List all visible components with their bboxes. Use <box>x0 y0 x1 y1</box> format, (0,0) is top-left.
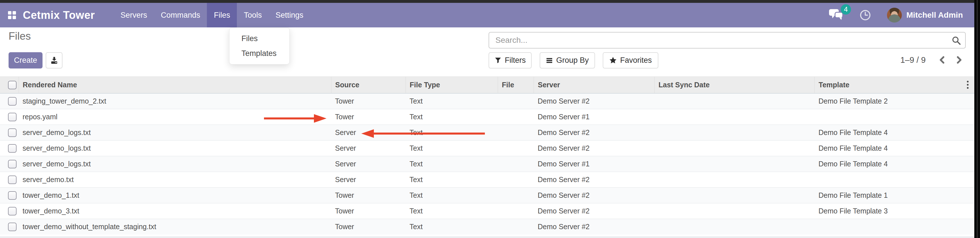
row-checkbox-cell[interactable] <box>0 140 19 156</box>
cell-source[interactable]: Tower <box>331 187 406 203</box>
cell-last-sync-date[interactable] <box>654 93 815 109</box>
cell-last-sync-date[interactable] <box>654 156 815 172</box>
row-checkbox[interactable] <box>8 129 17 137</box>
column-options-dots-icon[interactable] <box>967 81 969 89</box>
column-header-template[interactable]: Template <box>815 77 974 93</box>
search-icon[interactable] <box>951 36 961 46</box>
cell-template[interactable] <box>815 172 974 187</box>
cell-source[interactable]: Server <box>331 125 406 140</box>
cell-server[interactable]: Demo Server #2 <box>534 93 654 109</box>
cell-file[interactable] <box>498 125 534 140</box>
cell-file[interactable] <box>498 203 534 219</box>
row-checkbox-cell[interactable] <box>0 219 19 235</box>
cell-template[interactable] <box>815 219 974 235</box>
cell-template[interactable]: Demo File Template 4 <box>815 140 974 156</box>
cell-rendered-name[interactable]: server_demo_logs.txt <box>19 156 331 172</box>
cell-file[interactable] <box>498 187 534 203</box>
row-checkbox-cell[interactable] <box>0 125 19 140</box>
app-brand[interactable]: Cetmix Tower <box>23 9 95 21</box>
cell-file[interactable] <box>498 172 534 187</box>
row-checkbox[interactable] <box>8 97 17 106</box>
cell-rendered-name[interactable]: server_demo_logs.txt <box>19 125 331 140</box>
cell-last-sync-date[interactable] <box>654 172 815 187</box>
cell-server[interactable]: Demo Server #2 <box>534 125 654 140</box>
menu-item-settings[interactable]: Settings <box>269 3 310 27</box>
cell-last-sync-date[interactable] <box>654 203 815 219</box>
cell-rendered-name[interactable]: tower_demo_3.txt <box>19 203 331 219</box>
cell-last-sync-date[interactable] <box>654 219 815 235</box>
table-row[interactable]: server_demo_logs.txtServerTextDemo Serve… <box>0 140 974 156</box>
cell-server[interactable]: Demo Server #2 <box>534 187 654 203</box>
row-checkbox[interactable] <box>8 191 17 200</box>
row-checkbox-cell[interactable] <box>0 109 19 125</box>
cell-server[interactable]: Demo Server #2 <box>534 172 654 187</box>
cell-file-type[interactable]: Text <box>406 125 498 140</box>
menu-item-files[interactable]: Files <box>207 3 237 27</box>
cell-source[interactable]: Tower <box>331 203 406 219</box>
apps-grid-icon[interactable] <box>8 11 16 19</box>
cell-server[interactable]: Demo Server #1 <box>534 156 654 172</box>
table-row[interactable]: staging_tower_demo_2.txtTowerTextDemo Se… <box>0 93 974 109</box>
cell-last-sync-date[interactable] <box>654 140 815 156</box>
cell-last-sync-date[interactable] <box>654 125 815 140</box>
row-checkbox-cell[interactable] <box>0 203 19 219</box>
pager-previous-button[interactable] <box>937 55 947 66</box>
column-header-last-sync-date[interactable]: Last Sync Date <box>654 77 815 93</box>
cell-template[interactable]: Demo File Template 1 <box>815 187 974 203</box>
cell-file-type[interactable]: Text <box>406 140 498 156</box>
cell-template[interactable]: Demo File Template 4 <box>815 125 974 140</box>
favorites-button[interactable]: Favorites <box>603 52 659 68</box>
cell-source[interactable]: Server <box>331 156 406 172</box>
select-all-cell[interactable] <box>0 77 19 93</box>
cell-rendered-name[interactable]: server_demo_logs.txt <box>19 140 331 156</box>
cell-rendered-name[interactable]: tower_demo_1.txt <box>19 187 331 203</box>
cell-file-type[interactable]: Text <box>406 156 498 172</box>
cell-last-sync-date[interactable] <box>654 187 815 203</box>
cell-file[interactable] <box>498 93 534 109</box>
cell-rendered-name[interactable]: server_demo.txt <box>19 172 331 187</box>
table-row[interactable]: tower_demo_without_template_staging.txtT… <box>0 219 974 235</box>
dropdown-item-templates[interactable]: Templates <box>229 46 290 61</box>
cell-source[interactable]: Server <box>331 172 406 187</box>
cell-server[interactable]: Demo Server #2 <box>534 140 654 156</box>
table-row[interactable]: server_demo_logs.txtServerTextDemo Serve… <box>0 156 974 172</box>
cell-source[interactable]: Tower <box>331 219 406 235</box>
table-row[interactable]: tower_demo_3.txtTowerTextDemo Server #2D… <box>0 203 974 219</box>
menu-item-commands[interactable]: Commands <box>154 3 207 27</box>
column-header-server[interactable]: Server <box>534 77 654 93</box>
cell-file[interactable] <box>498 219 534 235</box>
table-row[interactable]: server_demo.txtServerTextDemo Server #2 <box>0 172 974 187</box>
row-checkbox[interactable] <box>8 222 17 231</box>
row-checkbox[interactable] <box>8 207 17 216</box>
cell-server[interactable]: Demo Server #1 <box>534 109 654 125</box>
cell-rendered-name[interactable]: staging_tower_demo_2.txt <box>19 93 331 109</box>
table-row[interactable]: server_demo_logs.txtServerTextDemo Serve… <box>0 125 974 140</box>
column-header-rendered-name[interactable]: Rendered Name <box>19 77 331 93</box>
row-checkbox[interactable] <box>8 144 17 153</box>
user-avatar[interactable] <box>887 8 902 22</box>
cell-last-sync-date[interactable] <box>654 109 815 125</box>
cell-template[interactable]: Demo File Template 4 <box>815 156 974 172</box>
messages-icon[interactable]: 4 <box>829 8 843 22</box>
cell-source[interactable]: Tower <box>331 109 406 125</box>
row-checkbox[interactable] <box>8 160 17 168</box>
cell-file-type[interactable]: Text <box>406 219 498 235</box>
search-input[interactable] <box>488 32 966 49</box>
cell-template[interactable] <box>815 109 974 125</box>
create-button[interactable]: Create <box>9 52 43 68</box>
select-all-checkbox[interactable] <box>8 81 17 89</box>
export-button[interactable] <box>46 52 62 68</box>
row-checkbox-cell[interactable] <box>0 187 19 203</box>
row-checkbox-cell[interactable] <box>0 93 19 109</box>
table-row[interactable]: repos.yamlTowerTextDemo Server #1 <box>0 109 974 125</box>
cell-file-type[interactable]: Text <box>406 187 498 203</box>
cell-template[interactable]: Demo File Template 2 <box>815 93 974 109</box>
user-menu[interactable]: Mitchell Admin <box>906 11 963 20</box>
row-checkbox-cell[interactable] <box>0 172 19 187</box>
row-checkbox[interactable] <box>8 176 17 184</box>
cell-template[interactable]: Demo File Template 3 <box>815 203 974 219</box>
activity-clock-icon[interactable] <box>859 10 871 21</box>
cell-file[interactable] <box>498 156 534 172</box>
cell-file-type[interactable]: Text <box>406 109 498 125</box>
dropdown-item-files[interactable]: Files <box>229 31 290 46</box>
